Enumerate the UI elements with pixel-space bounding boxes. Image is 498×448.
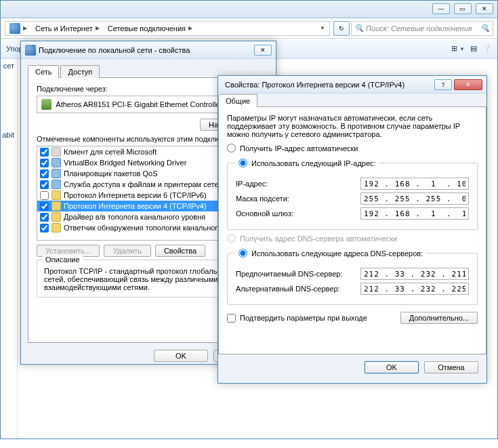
explorer-chrome: — ▭ ✕ [1, 1, 497, 18]
proto-icon [51, 201, 61, 211]
sidebar-item-cut1: сет [3, 62, 14, 70]
radio-ip-manual-label: Использовать следующий IP-адрес: [251, 159, 376, 167]
component-checkbox[interactable] [40, 213, 49, 222]
close-button[interactable]: ✕ [254, 45, 272, 56]
history-dropdown-icon[interactable]: ▼ [316, 25, 329, 31]
mask-label: Маска подсети: [236, 195, 360, 203]
component-label: VirtualBox Bridged Networking Driver [64, 159, 186, 167]
minimize-button[interactable]: — [432, 3, 450, 14]
description-legend: Описание [43, 256, 83, 264]
mask-input[interactable] [360, 192, 469, 205]
proto-icon [51, 190, 61, 200]
radio-ip-manual[interactable] [238, 159, 247, 167]
svc-icon [51, 169, 61, 178]
component-checkbox[interactable] [40, 191, 49, 200]
search-icon: 🔍 [354, 24, 364, 33]
advanced-button[interactable]: Дополнительно... [400, 312, 478, 324]
confirm-exit-checkbox[interactable]: Подтвердить параметры при выходе [227, 314, 367, 323]
component-checkbox[interactable] [40, 159, 49, 167]
dns2-label: Альтернативный DNS-сервер: [236, 285, 360, 293]
dns2-input[interactable] [360, 283, 469, 295]
refresh-button[interactable]: ↻ [333, 21, 350, 36]
proto-icon [51, 212, 61, 222]
tab-general[interactable]: Общие [218, 94, 257, 107]
ipv4-intro: Параметры IP могут назначаться автоматич… [227, 114, 478, 138]
svc-icon [51, 158, 61, 167]
ip-manual-group: Использовать следующий IP-адрес: IP-адре… [227, 157, 478, 230]
help-icon[interactable]: ❔ [482, 44, 492, 53]
view-icon[interactable]: ⊞ ▼ [451, 44, 465, 53]
radio-dns-manual-label: Использовать следующие адреса DNS-сервер… [251, 249, 423, 258]
dns1-input[interactable] [360, 268, 469, 280]
breadcrumb: ▶ Сеть и Интернет ▶ Сетевые подключения … [1, 18, 497, 39]
component-label: Драйвер в/в тополога канального уровня [64, 213, 205, 221]
ipv4-title: Свойства: Протокол Интернета версии 4 (T… [222, 81, 432, 89]
component-checkbox[interactable] [40, 148, 49, 157]
lan-titlebar[interactable]: Подключение по локальной сети - свойства… [21, 41, 276, 59]
ok-button[interactable]: OK [154, 350, 208, 362]
radio-dns-auto [227, 234, 236, 243]
tab-network[interactable]: Сеть [28, 65, 59, 78]
search-input[interactable]: 🔍 Поиск: Сетевые подключения 🔍 [351, 21, 493, 36]
search-placeholder: Поиск: Сетевые подключения [366, 24, 472, 33]
sidebar-item-cut2: abit [2, 131, 14, 139]
gateway-input[interactable] [360, 207, 469, 220]
nic-icon [41, 99, 51, 110]
ip-input[interactable] [360, 178, 469, 190]
component-label: Протокол Интернета версии 6 (TCP/IPv6) [64, 191, 207, 199]
radio-dns-auto-label: Получить адрес DNS-сервера автоматически [240, 235, 397, 243]
svc-icon [51, 180, 61, 189]
radio-ip-auto[interactable] [227, 144, 236, 152]
uninstall-button[interactable]: Удалить [104, 245, 151, 257]
crumb-connections[interactable]: Сетевые подключения ▶ [104, 23, 196, 34]
address-bar[interactable]: ▶ Сеть и Интернет ▶ Сетевые подключения … [5, 21, 330, 36]
component-checkbox[interactable] [40, 224, 49, 232]
dns-manual-group: Использовать следующие адреса DNS-сервер… [227, 247, 478, 305]
component-label: Клиент для сетей Microsoft [64, 148, 157, 156]
close-button[interactable]: ✕ [476, 3, 493, 14]
proto-icon [51, 223, 61, 232]
component-label: Планировщик пакетов QoS [64, 169, 158, 178]
cancel-button[interactable]: Отмена [424, 361, 478, 373]
close-button[interactable]: ✕ [454, 79, 482, 90]
help-button[interactable]: ? [434, 79, 452, 90]
dns1-label: Предпочитаемый DNS-сервер: [236, 270, 360, 278]
maximize-button[interactable]: ▭ [454, 3, 472, 14]
ipv4-properties-dialog: Свойства: Протокол Интернета версии 4 (T… [217, 75, 487, 384]
component-checkbox[interactable] [40, 180, 49, 189]
ipv4-titlebar[interactable]: Свойства: Протокол Интернета версии 4 (T… [218, 76, 486, 94]
radio-dns-manual[interactable] [238, 249, 247, 258]
cli-icon [51, 147, 61, 157]
radio-ip-auto-label: Получить IP-адрес автоматически [240, 144, 358, 152]
tab-sharing[interactable]: Доступ [60, 65, 100, 78]
ok-button[interactable]: OK [365, 361, 419, 373]
search-go-icon[interactable]: 🔍 [480, 24, 490, 33]
component-checkbox[interactable] [40, 169, 49, 178]
crumb-network[interactable]: Сеть и Интернет ▶ [31, 23, 104, 34]
preview-icon[interactable]: ▤ [470, 44, 477, 53]
explorer-sidebar: сет abit [1, 59, 18, 439]
component-checkbox[interactable] [40, 202, 49, 211]
network-icon [25, 45, 36, 56]
network-icon [9, 23, 20, 34]
properties-button[interactable]: Свойства [155, 245, 205, 257]
gateway-label: Основной шлюз: [236, 209, 360, 218]
component-label: Протокол Интернета версии 4 (TCP/IPv4) [64, 202, 207, 210]
ip-label: IP-адрес: [236, 180, 360, 188]
lan-title: Подключение по локальной сети - свойства [36, 46, 252, 54]
